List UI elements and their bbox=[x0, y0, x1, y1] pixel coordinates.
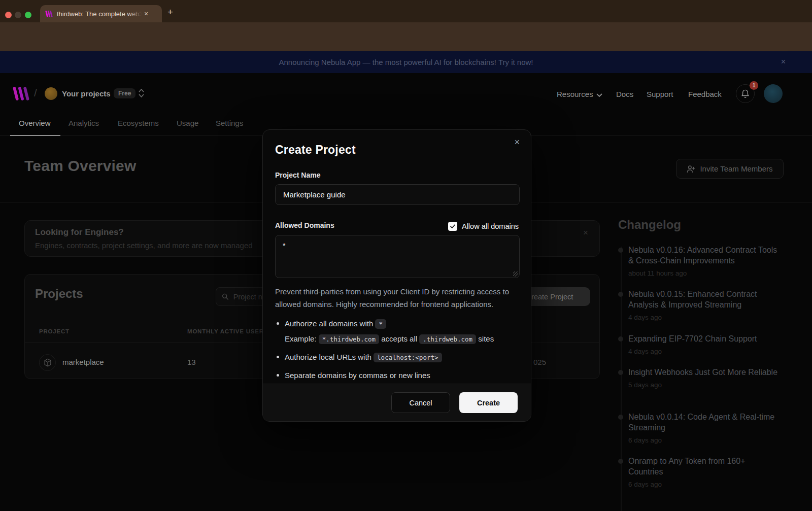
changelog-item-title[interactable]: Nebula v0.0.16: Advanced Contract Tools … bbox=[628, 245, 779, 266]
announcement-banner[interactable]: Announcing Nebula App — the most powerfu… bbox=[0, 51, 812, 73]
engines-card-close-icon[interactable]: × bbox=[583, 228, 588, 238]
team-name[interactable]: Your projects bbox=[62, 89, 111, 98]
person-plus-icon bbox=[687, 165, 695, 173]
banner-close-icon[interactable]: × bbox=[781, 57, 786, 66]
localhost-chip: localhost:<port> bbox=[374, 353, 442, 362]
tab-title: thirdweb: The complete web3 bbox=[57, 10, 142, 18]
modal-footer: Cancel Create bbox=[263, 384, 531, 421]
project-mau-cell: 13 bbox=[187, 358, 196, 366]
thirdweb-logo[interactable] bbox=[12, 87, 30, 100]
allow-all-checkbox[interactable] bbox=[448, 222, 457, 231]
nav-docs[interactable]: Docs bbox=[616, 90, 633, 98]
engines-card-body: Engines, contracts, project settings, an… bbox=[35, 241, 253, 250]
team-switcher-icon[interactable] bbox=[138, 88, 145, 98]
plan-badge: Free bbox=[114, 88, 136, 98]
macos-close-button[interactable] bbox=[5, 12, 12, 18]
nav-resources[interactable]: Resources bbox=[557, 90, 593, 98]
allowed-domains-field: * bbox=[275, 235, 520, 278]
tab-title-fade bbox=[128, 10, 142, 18]
modal-title: Create Project bbox=[275, 143, 356, 157]
changelog-title: Changelog bbox=[618, 218, 681, 232]
project-cube-icon bbox=[39, 354, 56, 371]
tip-text: accepts all bbox=[381, 334, 417, 343]
project-name-input[interactable] bbox=[275, 184, 520, 205]
nav-feedback[interactable]: Feedback bbox=[688, 90, 722, 98]
allowed-domains-textarea[interactable]: * bbox=[275, 235, 520, 278]
timeline-dot-icon bbox=[618, 336, 623, 342]
invite-team-members-button[interactable]: Invite Team Members bbox=[676, 159, 784, 179]
allow-all-label: Allow all domains bbox=[462, 222, 519, 230]
invite-button-label: Invite Team Members bbox=[700, 164, 772, 173]
browser-titlebar: thirdweb: The complete web3 × + bbox=[0, 0, 812, 22]
changelog-item[interactable]: Nebula v0.0.15: Enhanced Contract Analys… bbox=[628, 289, 779, 321]
thirdweb-favicon bbox=[45, 10, 53, 18]
changelog-item-time: 6 days ago bbox=[628, 436, 779, 444]
allowed-domains-label: Allowed Domains bbox=[275, 221, 334, 229]
changelog-item-time: 4 days ago bbox=[628, 348, 779, 355]
modal-help-block: Prevent third-parties from using your Cl… bbox=[275, 285, 520, 388]
tip-text: Example: bbox=[285, 334, 317, 343]
changelog-item-title[interactable]: Nebula v0.0.15: Enhanced Contract Analys… bbox=[628, 289, 779, 310]
timeline-dot-icon bbox=[618, 370, 623, 375]
browser-tab[interactable]: thirdweb: The complete web3 × bbox=[40, 5, 162, 22]
wildcard-domain-chip: *.thirdweb.com bbox=[319, 334, 379, 344]
domains-tips-list: Authorize all domains with * Example: *.… bbox=[275, 318, 520, 381]
allow-all-domains-row: Allow all domains bbox=[448, 222, 519, 231]
new-tab-button[interactable]: + bbox=[167, 7, 173, 17]
modal-close-icon[interactable]: × bbox=[514, 137, 520, 148]
column-header-project: PROJECT bbox=[39, 328, 70, 334]
browser-toolbar: ← → ⟳ https://thirdweb.com/team/fcd19491… bbox=[0, 22, 812, 51]
changelog-item-title[interactable]: Insight Webhooks Just Got More Reliable bbox=[628, 367, 779, 378]
changelog-item-title[interactable]: Expanding EIP-7702 Chain Support bbox=[628, 333, 779, 344]
tip-example-line: Example: *.thirdweb.com accepts all .thi… bbox=[285, 333, 520, 345]
timeline-dot-icon bbox=[618, 292, 623, 297]
changelog-item-title[interactable]: Onramp to Any Token from 160+ Countries bbox=[628, 456, 779, 477]
changelog-item[interactable]: Nebula v0.0.16: Advanced Contract Tools … bbox=[628, 245, 779, 277]
changelog-item-title[interactable]: Nebula v0.0.14: Code Agent & Real-time S… bbox=[628, 412, 779, 433]
wildcard-chip: * bbox=[375, 319, 386, 329]
checkmark-icon bbox=[450, 223, 456, 229]
project-date-cell: 025 bbox=[533, 358, 546, 366]
changelog-item-time: 4 days ago bbox=[628, 314, 779, 321]
macos-zoom-button[interactable] bbox=[25, 12, 31, 18]
tip-authorize-local: Authorize local URLs with localhost:<por… bbox=[275, 352, 520, 363]
tip-text: sites bbox=[478, 334, 494, 343]
active-tab-underline bbox=[10, 135, 60, 136]
nav-support[interactable]: Support bbox=[647, 90, 673, 98]
timeline-dot-icon bbox=[618, 248, 623, 253]
domain-chip: .thirdweb.com bbox=[419, 334, 476, 344]
macos-minimize-button[interactable] bbox=[15, 12, 21, 18]
changelog-item[interactable]: Onramp to Any Token from 160+ Countries … bbox=[628, 456, 779, 488]
team-avatar[interactable] bbox=[45, 87, 57, 100]
user-avatar[interactable] bbox=[764, 84, 783, 103]
tab-analytics[interactable]: Analytics bbox=[69, 119, 99, 127]
bell-icon bbox=[741, 89, 750, 98]
domains-description: Prevent third-parties from using your Cl… bbox=[275, 285, 520, 311]
chevron-down-icon bbox=[596, 93, 602, 97]
engines-card-title: Looking for Engines? bbox=[35, 227, 124, 237]
tab-close-icon[interactable]: × bbox=[144, 10, 148, 18]
breadcrumb-slash: / bbox=[34, 87, 37, 99]
create-button[interactable]: Create bbox=[459, 392, 518, 413]
changelog-item-time: 5 days ago bbox=[628, 381, 779, 389]
projects-title: Projects bbox=[35, 287, 83, 301]
project-name-label: Project Name bbox=[275, 171, 320, 179]
tab-ecosystems[interactable]: Ecosystems bbox=[118, 119, 159, 127]
project-name-cell[interactable]: marketplace bbox=[62, 358, 104, 366]
page-title: Team Overview bbox=[24, 157, 137, 175]
tip-text: Authorize local URLs with bbox=[285, 353, 371, 361]
column-header-mau: MONTHLY ACTIVE USERS bbox=[187, 328, 268, 334]
tip-authorize-all: Authorize all domains with * Example: *.… bbox=[275, 318, 520, 345]
changelog-timeline bbox=[621, 247, 622, 511]
changelog-item[interactable]: Insight Webhooks Just Got More Reliable … bbox=[628, 367, 779, 389]
tip-separate-domains: Separate domains by commas or new lines bbox=[275, 370, 520, 381]
cancel-button[interactable]: Cancel bbox=[391, 392, 450, 413]
tab-usage[interactable]: Usage bbox=[177, 119, 198, 127]
browser-window: thirdweb: The complete web3 × + ← → ⟳ ht… bbox=[0, 0, 812, 511]
tab-overview[interactable]: Overview bbox=[19, 119, 51, 127]
changelog-item[interactable]: Expanding EIP-7702 Chain Support 4 days … bbox=[628, 333, 779, 355]
changelog-item[interactable]: Nebula v0.0.14: Code Agent & Real-time S… bbox=[628, 412, 779, 444]
tab-settings[interactable]: Settings bbox=[216, 119, 243, 127]
notification-count-badge: 1 bbox=[750, 81, 758, 90]
timeline-dot-icon bbox=[618, 415, 623, 420]
